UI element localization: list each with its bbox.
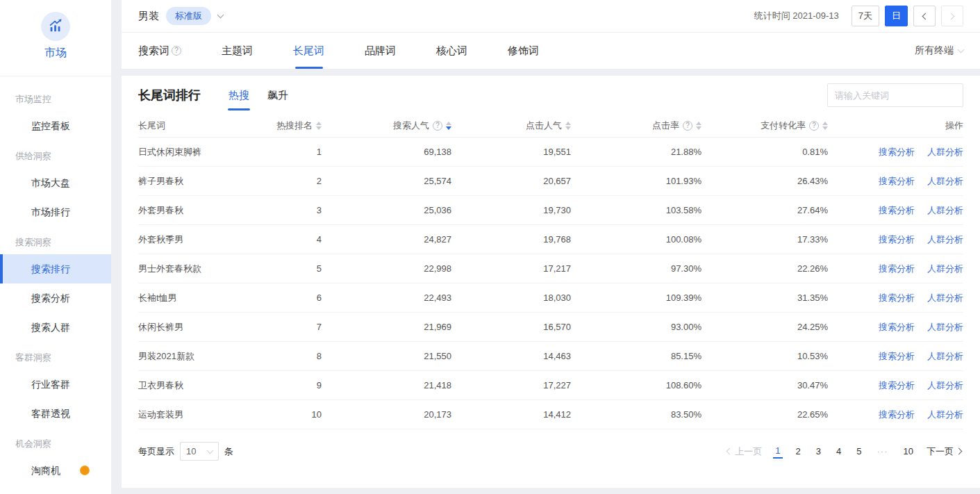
crowd-analysis-link[interactable]: 人群分析 [927,321,963,334]
help-icon[interactable]: ? [683,121,692,131]
search-popularity-cell: 22,493 [322,293,451,303]
search-analysis-link[interactable]: 搜索分析 [879,146,915,158]
col-keyword: 长尾词 [138,120,235,132]
search-popularity-cell: 21,418 [322,380,451,390]
crowd-analysis-link[interactable]: 人群分析 [927,175,963,188]
search-analysis-link[interactable]: 搜索分析 [879,321,915,334]
hot-rank-cell: 4 [235,234,322,245]
table-row: 卫衣男春秋 9 21,418 17,227 108.60% 30.47% 搜索分… [138,371,963,400]
crowd-analysis-link[interactable]: 人群分析 [927,292,963,304]
ranking-panel: 长尾词排行 热搜 飙升 长尾词 热搜排名 搜索人气? 点击人气 点击率? 支付转… [122,76,980,488]
click-rate-cell: 97.30% [571,263,701,274]
page-ellipsis[interactable]: ··· [875,445,890,458]
sidebar-item-industry-customer[interactable]: 行业客群 [0,370,111,399]
tab-brand-word[interactable]: 品牌词 [365,33,396,69]
notification-dot-badge [80,466,90,475]
crowd-analysis-link[interactable]: 人群分析 [927,263,963,275]
help-icon[interactable]: ? [809,121,819,131]
search-analysis-link[interactable]: 搜索分析 [879,263,915,275]
range-day-button[interactable]: 日 [885,6,908,26]
tab-topic-word[interactable]: 主题词 [222,33,253,69]
search-analysis-link[interactable]: 搜索分析 [879,409,915,421]
terminal-filter-dropdown[interactable]: 所有终端 [915,44,963,57]
sidebar-item-tao-opportunity[interactable]: 淘商机 [0,456,111,485]
hot-rank-cell: 1 [235,147,322,157]
page-number-3[interactable]: 3 [814,445,823,458]
sidebar-item-search-ranking[interactable]: 搜索排行 [0,254,111,283]
crowd-analysis-link[interactable]: 人群分析 [927,146,963,158]
search-analysis-link[interactable]: 搜索分析 [879,233,915,246]
search-analysis-link[interactable]: 搜索分析 [879,379,915,392]
date-next-button[interactable] [941,6,963,26]
table-row: 日式休闲束脚裤 1 69,138 19,551 21.88% 0.81% 搜索分… [138,138,963,167]
pay-conversion-cell: 17.33% [701,234,828,245]
pagination: 上一页 1 2 3 4 5 ··· 10 下一页 [725,444,963,459]
sidebar-section-supply-insight: 供给洞察 [0,140,111,168]
crowd-analysis-link[interactable]: 人群分析 [927,350,963,363]
next-page-button[interactable]: 下一页 [927,445,963,458]
col-pay-conversion: 支付转化率? [701,120,828,132]
stat-time-label: 统计时间 [754,10,790,21]
tab-longtail-word[interactable]: 长尾词 [293,33,324,69]
sidebar-item-market-overview[interactable]: 市场大盘 [0,168,111,197]
tab-core-word[interactable]: 核心词 [436,33,467,69]
actions-cell: 搜索分析 人群分析 [828,233,963,246]
search-analysis-link[interactable]: 搜索分析 [879,292,915,304]
page-number-2[interactable]: 2 [794,445,803,458]
page-number-5[interactable]: 5 [854,445,863,458]
date-prev-button[interactable] [913,6,936,26]
page-size-select[interactable]: 10 [180,442,219,461]
hot-rank-cell: 8 [235,351,322,361]
sort-icon[interactable] [696,122,701,130]
col-label: 支付转化率 [761,120,806,132]
crowd-analysis-link[interactable]: 人群分析 [927,204,963,217]
actions-cell: 搜索分析 人群分析 [828,263,963,275]
subtab-hot-search[interactable]: 热搜 [229,76,249,115]
tab-modifier-word[interactable]: 修饰词 [508,33,539,69]
keyword-cell: 外套男春秋 [138,204,235,217]
click-rate-cell: 108.60% [571,380,701,390]
prev-page-button[interactable]: 上一页 [725,445,762,458]
crowd-analysis-link[interactable]: 人群分析 [927,409,963,421]
next-page-label: 下一页 [927,445,954,458]
chevron-left-icon [922,13,929,19]
sort-icon[interactable] [565,122,571,130]
table-footer: 每页显示 10 条 上一页 1 2 3 4 5 ··· 10 下一页 [138,442,963,461]
sort-icon[interactable] [316,122,322,130]
help-icon[interactable]: ? [172,46,181,56]
hot-rank-cell: 6 [235,293,322,303]
page-number-4[interactable]: 4 [834,445,843,458]
keyword-search-input[interactable] [835,90,957,101]
tab-search-word[interactable]: 搜索词? [138,33,181,69]
sidebar-item-monitor-board[interactable]: 监控看板 [0,111,111,140]
crowd-analysis-link[interactable]: 人群分析 [927,233,963,246]
sidebar-item-customer-perspective[interactable]: 客群透视 [0,399,111,428]
crowd-analysis-link[interactable]: 人群分析 [927,379,963,392]
page-number-10[interactable]: 10 [902,445,915,458]
search-popularity-cell: 24,827 [322,234,451,245]
app-logo[interactable]: 市场 [0,0,111,76]
sort-icon[interactable] [446,122,451,130]
search-analysis-link[interactable]: 搜索分析 [879,204,915,217]
sidebar-item-market-ranking[interactable]: 市场排行 [0,197,111,227]
chevron-right-icon [948,13,955,19]
search-analysis-link[interactable]: 搜索分析 [879,175,915,188]
click-popularity-cell: 19,768 [451,234,571,245]
stat-time: 统计时间 2021-09-13 [754,10,839,22]
sidebar-item-search-crowd[interactable]: 搜索人群 [0,313,111,342]
click-popularity-cell: 14,412 [451,409,571,420]
pay-conversion-cell: 22.65% [701,409,828,420]
chevron-down-icon [958,47,965,53]
version-badge[interactable]: 标准版 [166,7,211,25]
chevron-down-icon[interactable] [217,12,224,19]
help-icon[interactable]: ? [433,121,442,131]
sidebar-item-label: 淘商机 [31,465,60,476]
page-size-label: 每页显示 [138,445,174,458]
click-rate-cell: 100.08% [571,234,701,245]
sidebar-item-search-analysis[interactable]: 搜索分析 [0,283,111,313]
subtab-soaring[interactable]: 飙升 [267,76,288,115]
search-analysis-link[interactable]: 搜索分析 [879,350,915,363]
sort-icon[interactable] [822,122,828,130]
page-number-1[interactable]: 1 [773,444,782,459]
range-7day-button[interactable]: 7天 [852,6,879,26]
